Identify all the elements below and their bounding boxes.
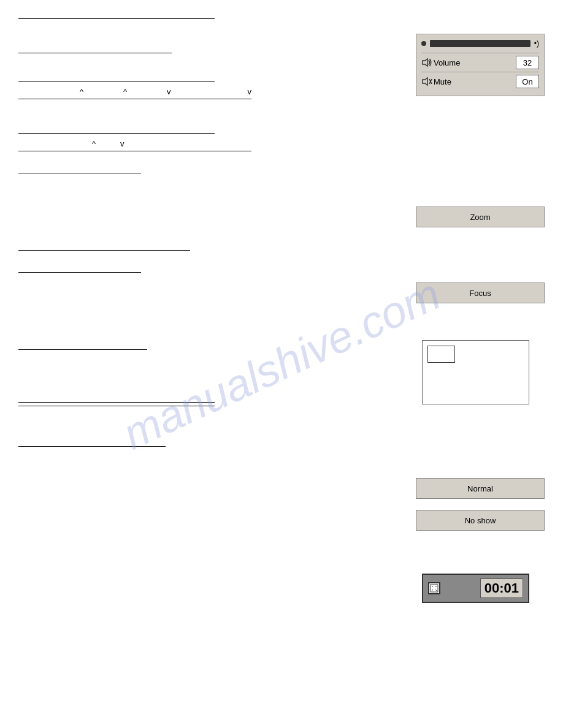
svg-line-6 xyxy=(432,590,433,591)
volume-value: 32 xyxy=(516,56,539,69)
mute-row: Mute On xyxy=(421,72,539,91)
timer-display: 00:01 xyxy=(422,574,529,603)
line-12 xyxy=(18,406,215,406)
volume-panel: •) Volume 32 Mute On xyxy=(416,34,545,96)
timer-icon xyxy=(428,582,440,594)
mute-label: Mute xyxy=(434,77,516,86)
line-7 xyxy=(18,173,141,173)
svg-rect-4 xyxy=(431,585,438,592)
volume-row: Volume 32 xyxy=(421,53,539,72)
line-13 xyxy=(18,446,166,447)
mute-icon xyxy=(421,77,434,86)
line-1 xyxy=(18,18,215,19)
volume-dot-speaker: •) xyxy=(534,39,539,48)
preview-inner-rect xyxy=(427,346,455,363)
line-9 xyxy=(18,272,141,273)
arrow-down-right[interactable]: v xyxy=(247,87,251,96)
arrow-row-2: ^ v xyxy=(18,137,264,151)
line-10 xyxy=(18,349,147,350)
arrow-row-1: ^ ^ v v xyxy=(18,85,251,99)
zoom-button[interactable]: Zoom xyxy=(416,207,545,227)
volume-slider-fill xyxy=(430,40,485,47)
svg-marker-1 xyxy=(423,78,427,85)
line-3 xyxy=(18,81,215,82)
volume-slider-track[interactable] xyxy=(430,40,530,47)
arrow-down-1[interactable]: v xyxy=(167,87,171,96)
arrow-up-1[interactable]: ^ xyxy=(80,87,83,96)
focus-button[interactable]: Focus xyxy=(416,282,545,303)
right-section: •) Volume 32 Mute On Zoom Focus xyxy=(416,34,551,603)
line-5 xyxy=(18,133,215,134)
volume-label: Volume xyxy=(434,58,516,67)
line-4 xyxy=(18,99,251,99)
volume-dot-small xyxy=(421,41,426,46)
line-11 xyxy=(18,402,215,403)
svg-marker-0 xyxy=(423,59,427,66)
line-2 xyxy=(18,53,172,53)
svg-line-5 xyxy=(432,586,433,587)
timer-text: 00:01 xyxy=(480,578,523,598)
speaker-icon xyxy=(421,58,434,67)
line-8 xyxy=(18,250,190,251)
arrow-down-3[interactable]: v xyxy=(120,139,124,148)
arrow-up-3[interactable]: ^ xyxy=(92,139,96,148)
svg-line-7 xyxy=(435,586,437,587)
mute-value: On xyxy=(516,75,539,88)
volume-slider-row: •) xyxy=(421,39,539,48)
noshow-button[interactable]: No show xyxy=(416,510,545,531)
line-6 xyxy=(18,151,251,151)
svg-line-8 xyxy=(435,590,437,591)
preview-box xyxy=(422,340,529,404)
left-content: ^ ^ v v ^ v xyxy=(18,18,264,450)
normal-button[interactable]: Normal xyxy=(416,478,545,499)
arrow-up-2[interactable]: ^ xyxy=(123,87,127,96)
